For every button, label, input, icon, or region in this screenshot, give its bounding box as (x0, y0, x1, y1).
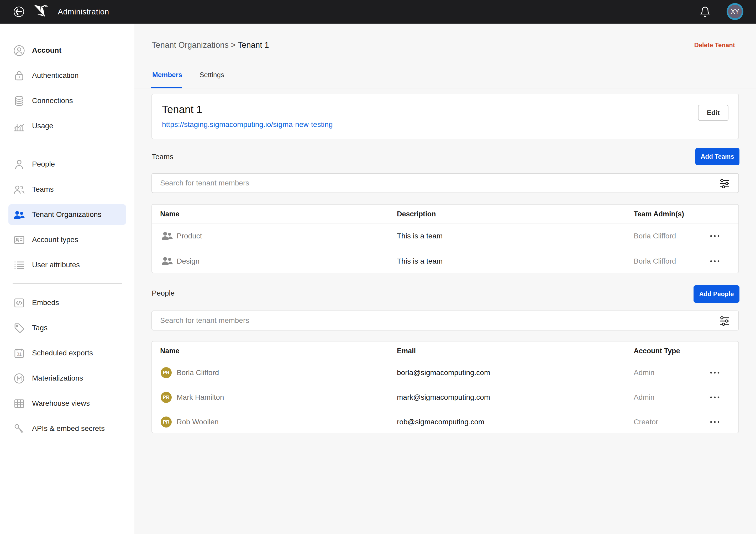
svg-text:31: 31 (17, 352, 22, 357)
